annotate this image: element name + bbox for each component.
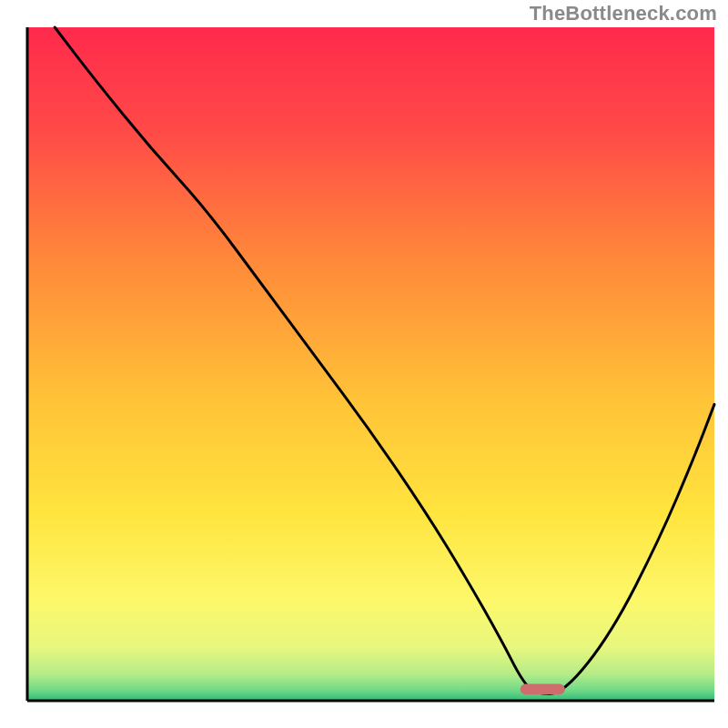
chart-container: TheBottleneck.com xyxy=(0,0,728,728)
plot-background xyxy=(27,27,714,701)
watermark-text: TheBottleneck.com xyxy=(530,2,717,25)
optimum-marker xyxy=(521,684,565,695)
bottleneck-chart xyxy=(0,0,728,728)
